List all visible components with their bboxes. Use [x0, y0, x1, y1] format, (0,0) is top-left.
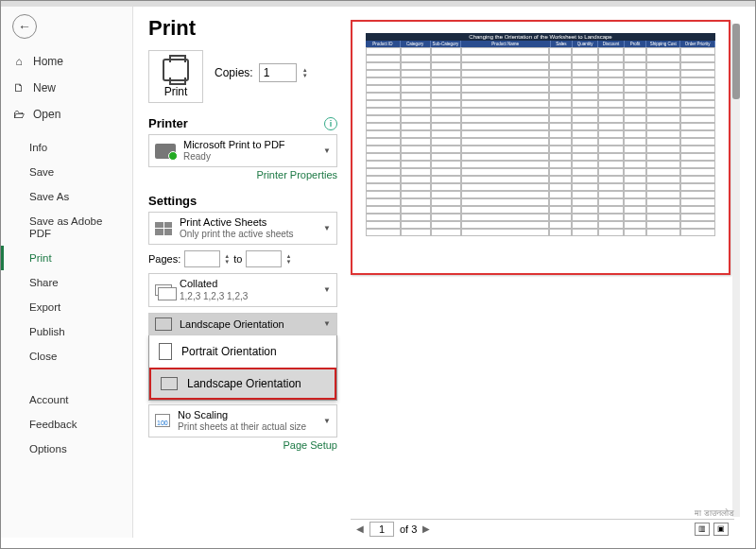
open-icon: 🗁 [12, 108, 26, 121]
print-button[interactable]: Print [148, 50, 203, 103]
back-button[interactable]: ← [12, 14, 37, 39]
home-icon: ⌂ [12, 55, 26, 68]
chevron-down-icon: ▼ [323, 319, 331, 328]
orientation-landscape-label: Landscape Orientation [187, 377, 301, 390]
collation-label: Collated [180, 278, 248, 290]
page-count-label: of 3 [400, 523, 417, 535]
printer-device-icon [155, 144, 176, 159]
scaling-sub: Print sheets at their actual size [178, 421, 306, 433]
sidebar-item-account[interactable]: Account [1, 387, 132, 412]
chevron-down-icon: ▼ [323, 417, 331, 425]
preview-scrollbar[interactable] [732, 24, 740, 517]
printer-dropdown[interactable]: Microsoft Print to PDF Ready ▼ [148, 134, 337, 167]
print-button-label: Print [164, 85, 188, 98]
page-prev-button[interactable]: ◀ [356, 523, 364, 534]
sidebar-item-save[interactable]: Save [1, 160, 132, 184]
info-icon[interactable]: i [324, 117, 337, 130]
pages-to-label: to [233, 253, 242, 265]
printer-status: Ready [183, 151, 285, 163]
new-icon: 🗋 [12, 81, 26, 94]
copies-label: Copies: [215, 66, 253, 79]
orientation-portrait-label: Portrait Orientation [181, 345, 277, 358]
watermark-text: मा डाउनलोड [695, 508, 734, 519]
print-preview: Changing the Orientation of the Workshee… [351, 20, 730, 275]
pages-to-input[interactable] [246, 250, 282, 267]
copies-input[interactable] [259, 63, 297, 82]
sidebar-item-open[interactable]: 🗁 Open [1, 101, 132, 128]
sidebar-label-new: New [33, 81, 56, 94]
scaling-label: No Scaling [178, 409, 306, 421]
preview-title: Changing the Orientation of the Workshee… [366, 33, 715, 41]
back-arrow-icon: ← [18, 19, 31, 34]
sidebar-item-share[interactable]: Share [1, 270, 132, 295]
sidebar-item-feedback[interactable]: Feedback [1, 412, 132, 437]
sidebar-label-open: Open [33, 108, 60, 121]
chevron-down-icon: ▼ [323, 224, 331, 232]
settings-heading: Settings [148, 194, 197, 208]
pages-to-spinner[interactable]: ▲▼ [285, 253, 291, 265]
preview-table-header: Product IDCategorySub-CategoryProduct Na… [366, 41, 715, 47]
page-number-input[interactable] [369, 522, 394, 537]
print-what-sub: Only print the active sheets [180, 229, 294, 240]
orientation-dropdown[interactable]: Landscape Orientation ▼ [148, 313, 337, 335]
sidebar-item-adobe[interactable]: Save as Adobe PDF [1, 209, 132, 246]
orientation-label: Landscape Orientation [180, 318, 284, 330]
pages-from-spinner[interactable]: ▲▼ [224, 253, 230, 265]
zoom-to-page-button[interactable]: ▣ [713, 523, 729, 536]
sidebar-item-print[interactable]: Print [1, 246, 132, 270]
pages-label: Pages: [148, 253, 180, 265]
page-next-button[interactable]: ▶ [422, 523, 430, 534]
scaling-icon: 100 [155, 414, 170, 427]
sidebar-item-options[interactable]: Options [1, 437, 132, 461]
printer-name: Microsoft Print to PDF [183, 139, 285, 151]
preview-footer: ◀ of 3 ▶ ▥ ▣ [351, 519, 734, 538]
sheets-icon [155, 222, 172, 235]
collation-sub: 1,2,3 1,2,3 1,2,3 [180, 291, 248, 302]
landscape-icon [161, 377, 178, 390]
pages-from-input[interactable] [184, 250, 220, 267]
backstage-sidebar: ← ⌂ Home 🗋 New 🗁 Open Info Save Save As … [1, 7, 133, 538]
print-what-dropdown[interactable]: Print Active Sheets Only print the activ… [148, 212, 337, 245]
sidebar-item-publish[interactable]: Publish [1, 319, 132, 344]
sidebar-item-export[interactable]: Export [1, 295, 132, 319]
printer-properties-link[interactable]: Printer Properties [148, 169, 337, 180]
page-title: Print [148, 16, 337, 41]
chevron-down-icon: ▼ [323, 285, 331, 294]
printer-heading: Printer [148, 116, 188, 130]
collation-dropdown[interactable]: Collated 1,2,3 1,2,3 1,2,3 ▼ [148, 273, 337, 306]
scaling-dropdown[interactable]: 100 No Scaling Print sheets at their act… [148, 404, 337, 437]
collated-icon [155, 284, 172, 296]
sidebar-label-home: Home [33, 55, 63, 68]
sidebar-item-new[interactable]: 🗋 New [1, 75, 132, 101]
show-margins-button[interactable]: ▥ [695, 523, 710, 536]
print-what-label: Print Active Sheets [180, 216, 294, 229]
sidebar-item-saveas[interactable]: Save As [1, 184, 132, 209]
sidebar-item-close[interactable]: Close [1, 344, 132, 369]
portrait-icon [159, 343, 172, 360]
printer-icon [163, 59, 189, 81]
copies-spinner[interactable]: ▲▼ [302, 67, 308, 78]
orientation-option-portrait[interactable]: Portrait Orientation [149, 335, 336, 368]
landscape-icon [155, 317, 172, 331]
orientation-options-list: Portrait Orientation Landscape Orientati… [148, 335, 337, 401]
orientation-option-landscape[interactable]: Landscape Orientation [151, 369, 335, 398]
chevron-down-icon: ▼ [323, 146, 331, 155]
preview-table-body [366, 47, 715, 236]
sidebar-item-home[interactable]: ⌂ Home [1, 48, 132, 75]
sidebar-item-info[interactable]: Info [1, 135, 132, 160]
page-setup-link[interactable]: Page Setup [148, 439, 337, 451]
